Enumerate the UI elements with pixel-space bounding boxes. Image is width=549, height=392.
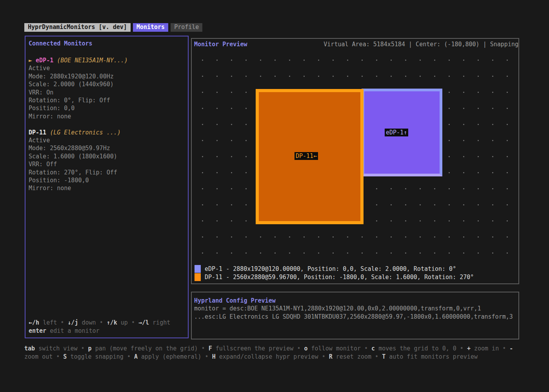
keybind-pan: p <box>88 345 92 352</box>
monitor-name[interactable]: DP-11 <box>29 129 46 136</box>
monitor-position: Position: 0,0 <box>29 104 185 112</box>
monitor-preview-panel: Monitor Preview Virtual Area: 5184x5184 … <box>191 38 519 284</box>
separator: • <box>297 345 300 352</box>
titlebar: HyprDynamicMonitors [v. dev] Monitors Pr… <box>24 23 202 32</box>
global-keybind-help: tab switch view • p pan (move freely on … <box>24 345 534 361</box>
keybind-zoom-out: - <box>509 345 513 352</box>
keybind-desc: up <box>121 319 128 326</box>
separator: • <box>205 353 209 360</box>
preview-status: Virtual Area: 5184x5184 | Center: (-180,… <box>324 41 518 48</box>
config-line: ...esc:LG Electronics LG SDQHD 301NTBKDU… <box>194 313 516 321</box>
keybind-desc: switch view <box>38 345 77 352</box>
separator: • <box>131 319 135 326</box>
monitor-position: Position: -1800,0 <box>29 176 185 184</box>
monitor-item-edp1[interactable]: ► eDP-1 (BOE NE135A1M-NY...) Active Mode… <box>29 56 185 120</box>
keybind-desc: pan (move freely on the grid) <box>95 345 198 352</box>
keybind-right: →/l <box>138 319 149 326</box>
config-title: Hyprland Config Preview <box>194 297 516 305</box>
keybind-desc: zoom in <box>474 345 499 352</box>
separator: • <box>127 353 131 360</box>
keybind-follow: o <box>304 345 307 352</box>
keybind-left: ←/h <box>29 319 39 326</box>
preview-legend: eDP-1 - 2880x1920@120.00000, Position: 0… <box>195 265 474 281</box>
keybind-hypr-preview: H <box>212 353 216 360</box>
app-title: HyprDynamicMonitors [v. dev] <box>24 23 131 32</box>
keybind-desc: expand/collapse hypr preview <box>219 353 318 360</box>
monitor-vendor: (BOE NE135A1M-NY...) <box>57 57 128 64</box>
keybind-desc: follow monitor <box>311 345 361 352</box>
keybind-fullscreen: F <box>209 345 212 352</box>
keybind-desc: auto fit monitors preview <box>389 353 478 360</box>
separator: • <box>202 345 205 352</box>
selection-arrow-icon: ► <box>29 57 32 64</box>
tab-profile[interactable]: Profile <box>171 23 202 32</box>
monitor-vrr: VRR: On <box>29 89 185 96</box>
keybind-up: ↑/k <box>107 319 117 326</box>
keybind-autofit: T <box>382 353 385 360</box>
keybind-desc: reset zoom <box>336 353 371 360</box>
keybind-center: c <box>371 345 375 352</box>
legend-text: eDP-1 - 2880x1920@120.00000, Position: 0… <box>205 265 456 272</box>
connected-monitors-title: Connected Monitors <box>29 40 93 47</box>
monitor-mirror: Mirror: none <box>29 113 185 120</box>
help-line-1: tab switch view • p pan (move freely on … <box>24 345 534 353</box>
connected-monitors-panel: Connected Monitors ► eDP-1 (BOE NE135A1M… <box>25 36 189 338</box>
keybind-enter: enter <box>29 327 46 334</box>
preview-header: Monitor Preview Virtual Area: 5184x5184 … <box>194 41 518 48</box>
tab-monitors[interactable]: Monitors <box>133 23 168 32</box>
monitor-mode: Mode: 2560x2880@59.97Hz <box>29 144 185 152</box>
separator: • <box>375 353 378 360</box>
keybind-apply: A <box>134 353 138 360</box>
list-keybind-help: ←/h left • ↓/j down • ↑/k up • →/l right… <box>29 319 170 335</box>
monitor-vendor: (LG Electronics ...) <box>50 129 121 136</box>
monitor-mode: Mode: 2880x1920@120.00Hz <box>29 73 185 80</box>
separator: • <box>60 319 64 326</box>
separator: • <box>502 345 506 352</box>
keybind-zoom-in: + <box>467 345 471 352</box>
help-line-2: zoom out • S toggle snapping • A apply (… <box>24 353 534 361</box>
preview-title: Monitor Preview <box>194 41 247 48</box>
monitor-rotation: Rotation: 270°, Flip: Off <box>29 169 185 176</box>
keybind-tab: tab <box>24 345 35 352</box>
app-screen: HyprDynamicMonitors [v. dev] Monitors Pr… <box>0 0 549 392</box>
monitor-item-dp11[interactable]: DP-11 (LG Electronics ...) Active Mode: … <box>29 129 185 192</box>
separator: • <box>322 353 325 360</box>
keybind-desc: zoom out <box>24 353 53 360</box>
legend-row-dp11: DP-11 - 2560x2880@59.96700, Position: -1… <box>195 273 474 281</box>
keybind-down: ↓/j <box>67 319 78 326</box>
monitor-list: ► eDP-1 (BOE NE135A1M-NY...) Active Mode… <box>29 56 185 192</box>
preview-monitor-label-edp1[interactable]: eDP-1↑ <box>385 129 408 136</box>
keybind-desc: moves the grid to 0, 0 <box>378 345 456 352</box>
monitor-vrr: VRR: Off <box>29 160 185 168</box>
separator: • <box>81 345 85 352</box>
keybind-reset-zoom: R <box>329 353 333 360</box>
monitor-name[interactable]: eDP-1 <box>36 57 53 64</box>
separator: • <box>364 345 368 352</box>
keybind-desc: apply (ephemeral) <box>141 353 202 360</box>
keybind-desc: down <box>82 319 96 326</box>
monitor-status: Active <box>29 136 185 144</box>
separator: • <box>460 345 464 352</box>
separator: • <box>100 319 103 326</box>
keybind-desc: toggle snapping <box>70 353 123 360</box>
monitor-status: Active <box>29 64 185 72</box>
legend-swatch-edp1 <box>195 265 201 273</box>
config-line: monitor = desc:BOE NE135A1M-NY1,2880x192… <box>194 305 516 312</box>
keybind-desc: edit a monitor <box>50 327 99 334</box>
legend-swatch-dp11 <box>195 273 201 281</box>
keybind-snapping: S <box>63 353 67 360</box>
monitor-rotation: Rotation: 0°, Flip: Off <box>29 96 185 104</box>
legend-text: DP-11 - 2560x2880@59.96700, Position: -1… <box>205 274 474 281</box>
keybind-desc: left <box>43 319 57 326</box>
monitor-mirror: Mirror: none <box>29 184 185 192</box>
preview-monitor-label-dp11[interactable]: DP-11← <box>294 152 318 160</box>
legend-row-edp1: eDP-1 - 2880x1920@120.00000, Position: 0… <box>195 265 474 273</box>
monitor-scale: Scale: 2.0000 (1440x960) <box>29 80 185 88</box>
monitor-scale: Scale: 1.6000 (1800x1600) <box>29 152 185 160</box>
keybind-desc: right <box>153 319 170 326</box>
hyprland-config-panel: Hyprland Config Preview monitor = desc:B… <box>191 292 519 339</box>
keybind-desc: fullscreen the preview <box>216 345 294 352</box>
separator: • <box>56 353 60 360</box>
